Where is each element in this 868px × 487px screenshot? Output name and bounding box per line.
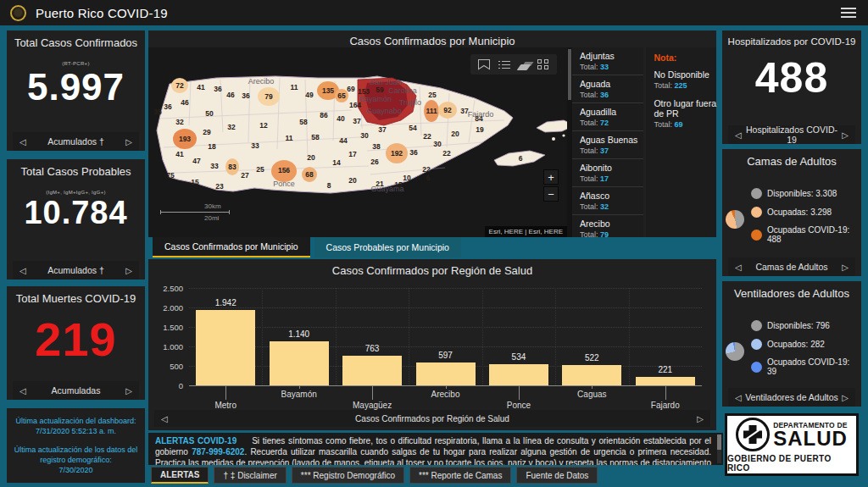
bottom-tab-4[interactable]: Fuente de Datos (516, 467, 598, 484)
legend-list-icon[interactable] (498, 58, 510, 70)
next-arrow[interactable]: ▷ (125, 386, 132, 396)
bottom-tab-0[interactable]: ALERTAS (151, 467, 209, 484)
map-municipality-value: 192 (391, 149, 403, 158)
next-arrow[interactable]: ▷ (842, 393, 849, 402)
bar-Mayagüez[interactable] (342, 356, 402, 385)
bottom-tab-1[interactable]: † ‡ Disclaimer (214, 467, 286, 484)
prev-arrow[interactable]: ◁ (19, 386, 26, 396)
map-place-label: Guayama (370, 185, 403, 193)
bottom-tab-2[interactable]: *** Registro Demográfico (292, 467, 404, 484)
legend-row: Ocupadas COVID-19: 488 (751, 225, 861, 244)
municipality-list-item[interactable]: AdjuntasTotal: 33 (572, 47, 643, 75)
next-arrow[interactable]: ▷ (125, 137, 132, 147)
panel-title: Total Casos Confirmados (7, 30, 145, 49)
map-municipality-value: 14 (332, 158, 340, 167)
next-arrow[interactable]: ▷ (842, 130, 849, 140)
map-canvas[interactable]: + − 30km 20mi Esri, HERE | Esri, HERE 72… (148, 47, 567, 237)
panel-chart-regiones: Casos Confirmados por Región de Salud 05… (148, 259, 716, 430)
map-municipality-value: 27 (241, 171, 248, 180)
bar-value-label: 597 (438, 351, 453, 360)
nota-item: Otro lugar fuera de PRTotal: 69 (654, 98, 716, 129)
camas-legend: Disponibles: 3.308Ocupadas: 3.298Ocupada… (722, 188, 861, 252)
layers-icon[interactable] (517, 64, 531, 70)
y-axis-tick: 500 (170, 362, 183, 371)
alert-scrollbar[interactable] (717, 434, 721, 463)
map-municipality-value: 65 (337, 91, 345, 100)
map-place-label: Ponce (273, 180, 295, 188)
map-title: Casos Confirmados por Municipio (148, 30, 716, 47)
map-tab-1[interactable]: Casos Probables por Municipio (314, 237, 461, 257)
next-arrow[interactable]: ▷ (842, 263, 849, 272)
map-municipality-value: 79 (264, 92, 272, 101)
legend-dot (751, 230, 762, 241)
panel-last-updates: Última actualización del dashboard:7/31/… (7, 408, 145, 483)
nota-item: No DisponibleTotal: 225 (654, 69, 716, 90)
prev-arrow[interactable]: ◁ (735, 393, 742, 402)
map-municipality-value: 58 (299, 118, 307, 126)
basemap-grid-icon[interactable] (537, 58, 549, 70)
prev-arrow[interactable]: ◁ (19, 137, 26, 147)
bar-Arecibo[interactable] (416, 362, 476, 385)
municipality-list-item[interactable]: AguadaTotal: 36 (572, 75, 643, 103)
municipality-list-item[interactable]: Aguas BuenasTotal: 37 (572, 131, 643, 159)
prev-arrow[interactable]: ◁ (19, 266, 26, 275)
next-arrow[interactable]: ▷ (697, 414, 704, 423)
bar-Ponce[interactable] (489, 364, 548, 385)
y-axis-tick: 1.500 (163, 323, 183, 332)
y-axis-tick: 0 (179, 381, 183, 390)
map-municipality-value: 8 (327, 181, 331, 190)
bar-Caguas[interactable] (562, 365, 621, 385)
map-municipality-value: 17 (348, 150, 356, 158)
map-municipality-value: 111 (426, 107, 437, 115)
legend-dot (751, 188, 762, 199)
prev-arrow[interactable]: ◁ (735, 263, 742, 272)
map-municipality-value: 37 (378, 125, 386, 134)
hamburger-menu-icon[interactable] (841, 8, 856, 18)
map-municipality-value: 26 (370, 158, 378, 166)
next-arrow[interactable]: ▷ (125, 266, 132, 275)
map-place-label: Guaynabo (366, 107, 402, 115)
bottom-tab-3[interactable]: *** Reporte de Camas (409, 467, 511, 484)
map-municipality-value: 11 (291, 83, 298, 91)
zoom-out-button[interactable]: − (543, 186, 559, 202)
map-place-label: Bayamón (359, 95, 392, 103)
puerto-rico-seal-icon (10, 5, 26, 21)
map-municipality-value: 54 (409, 124, 416, 132)
panel-footer: ◁ Acumulados † ▷ (13, 132, 139, 151)
map-municipality-value: 18 (208, 142, 215, 151)
x-axis-label: Mayagüez (353, 401, 392, 410)
municipality-list-item[interactable]: AibonitoTotal: 17 (572, 159, 643, 187)
ventiladores-legend: Disponibles: 796Ocupados: 282Ocupados CO… (722, 320, 861, 384)
bookmark-icon[interactable] (478, 59, 490, 70)
bar-value-label: 763 (365, 344, 380, 353)
zoom-in-button[interactable]: + (543, 169, 559, 185)
map-place-label: Trujillo (399, 98, 421, 107)
municipality-list-item[interactable]: AreciboTotal: 79 (572, 215, 643, 237)
bar-Metro[interactable] (196, 310, 255, 385)
municipality-list-item[interactable]: AñascoTotal: 32 (572, 187, 643, 215)
footer-label: Acumuladas (26, 385, 126, 396)
map-municipality-value: 20 (451, 130, 459, 138)
x-axis-label: Bayamón (281, 390, 317, 399)
municipality-list-scrollbar[interactable] (567, 47, 572, 237)
bar-Fajardo[interactable] (636, 377, 695, 385)
map-municipality-value: 41 (197, 83, 204, 91)
map-municipality-value: 37 (353, 117, 360, 125)
map-attribution: Esri, HERE | Esri, HERE (485, 226, 567, 237)
map-scalebar: 30km 20mi (160, 202, 230, 222)
nota-panel: Nota: No DisponibleTotal: 225Otro lugar … (646, 47, 716, 237)
prev-arrow[interactable]: ◁ (735, 130, 742, 140)
x-axis-label: Caguas (577, 390, 606, 399)
alert-phone[interactable]: 787-999-6202 (192, 447, 244, 457)
map-municipality-value: 23 (215, 182, 223, 191)
bar-Bayamón[interactable] (270, 341, 329, 385)
panel-total-casos-confirmados: Total Casos Confirmados (RT-PCR+) 5.997 … (7, 30, 145, 151)
legend-dot (751, 320, 762, 331)
map-municipality-value: 30 (360, 131, 368, 140)
map-municipality-value: 92 (443, 106, 451, 114)
map-municipality-value: 33 (210, 162, 218, 170)
prev-arrow[interactable]: ◁ (161, 414, 168, 423)
map-place-label: Arecibo (248, 77, 275, 86)
municipality-list-item[interactable]: AguadillaTotal: 72 (572, 103, 643, 131)
map-tab-0[interactable]: Casos Confirmados por Municipio (153, 237, 310, 257)
